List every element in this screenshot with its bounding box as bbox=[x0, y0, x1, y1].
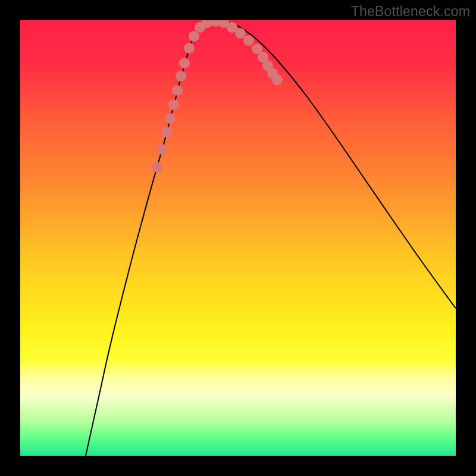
chart-plot-area bbox=[20, 20, 456, 456]
background-gradient bbox=[20, 20, 456, 456]
watermark-text: TheBottleneck.com bbox=[351, 4, 470, 20]
svg-rect-0 bbox=[20, 20, 456, 456]
